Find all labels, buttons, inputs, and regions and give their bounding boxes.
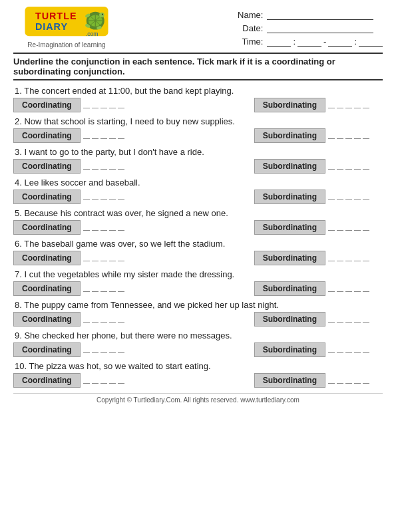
logo-area: TURTLE DIARY .com	[13, 7, 120, 49]
subord-dashes-2	[328, 132, 369, 139]
subordinating-button-9[interactable]: Subordinating	[254, 342, 325, 357]
coord-dashes-5	[83, 224, 124, 231]
svg-text:.com: .com	[86, 31, 99, 37]
answer-row-1: CoordinatingSubordinating	[13, 98, 383, 112]
coordinating-button-7[interactable]: Coordinating	[13, 281, 81, 296]
subordinating-button-3[interactable]: Subordinating	[254, 159, 325, 174]
time-input-3[interactable]	[328, 36, 352, 47]
subordinating-button-6[interactable]: Subordinating	[254, 251, 325, 265]
time-input-4[interactable]	[359, 36, 383, 47]
coordinating-button-1[interactable]: Coordinating	[13, 98, 81, 112]
subordinating-button-1[interactable]: Subordinating	[254, 98, 325, 112]
footer: Copyright © Turtlediary.Com. All rights …	[13, 393, 383, 404]
name-label: Name:	[233, 10, 263, 20]
coord-dashes-8	[83, 316, 124, 323]
subord-dashes-5	[328, 224, 369, 231]
sentence-1: 1. The concert ended at 11:00, but the b…	[13, 86, 383, 112]
footer-text: Copyright © Turtlediary.Com. All rights …	[97, 396, 299, 404]
subordinating-button-7[interactable]: Subordinating	[254, 281, 325, 296]
coord-dashes-9	[83, 346, 124, 353]
sentence-9: 9. She checked her phone, but there were…	[13, 331, 383, 357]
coord-dashes-10	[83, 377, 124, 384]
subord-dashes-3	[328, 163, 369, 170]
subord-dashes-7	[328, 285, 369, 292]
logo-subtitle: Re-Imagination of learning	[27, 41, 105, 49]
subord-dashes-9	[328, 346, 369, 353]
header: TURTLE DIARY .com	[13, 7, 383, 49]
answer-row-6: CoordinatingSubordinating	[13, 251, 383, 265]
name-input[interactable]	[267, 9, 373, 20]
sentence-10: 10. The pizza was hot, so we waited to s…	[13, 361, 383, 388]
date-label: Date:	[233, 23, 263, 33]
sentence-text-10: 10. The pizza was hot, so we waited to s…	[13, 361, 383, 371]
sentence-3: 3. I want to go to the party, but I don'…	[13, 147, 383, 174]
time-input-1[interactable]	[267, 36, 291, 47]
coord-dashes-1	[83, 102, 124, 108]
coordinating-button-9[interactable]: Coordinating	[13, 342, 81, 357]
coord-dashes-2	[83, 132, 124, 139]
svg-point-9	[99, 13, 104, 18]
answer-row-7: CoordinatingSubordinating	[13, 281, 383, 296]
sentence-6: 6. The baseball game was over, so we lef…	[13, 239, 383, 265]
svg-text:DIARY: DIARY	[35, 21, 68, 32]
sentence-text-8: 8. The puppy came from Tennessee, and we…	[13, 300, 383, 310]
sentence-8: 8. The puppy came from Tennessee, and we…	[13, 300, 383, 327]
answer-row-4: CoordinatingSubordinating	[13, 190, 383, 204]
subordinating-button-10[interactable]: Subordinating	[254, 373, 325, 388]
subordinating-button-5[interactable]: Subordinating	[254, 220, 325, 235]
date-input[interactable]	[267, 23, 373, 33]
sentence-text-6: 6. The baseball game was over, so we lef…	[13, 239, 383, 249]
time-input-2[interactable]	[297, 36, 321, 47]
name-field: Name:	[233, 9, 383, 20]
page: TURTLE DIARY .com	[0, 0, 396, 532]
svg-point-10	[102, 14, 103, 15]
coordinating-button-10[interactable]: Coordinating	[13, 373, 81, 388]
form-fields: Name: Date: Time: : - :	[233, 9, 383, 47]
sentence-text-9: 9. She checked her phone, but there were…	[13, 331, 383, 340]
subord-dashes-4	[328, 194, 369, 200]
sentences-container: 1. The concert ended at 11:00, but the b…	[13, 86, 383, 388]
subord-dashes-10	[328, 377, 369, 384]
coord-dashes-3	[83, 163, 124, 170]
subord-dashes-6	[328, 255, 369, 261]
coord-dashes-4	[83, 194, 124, 200]
answer-row-8: CoordinatingSubordinating	[13, 312, 383, 327]
coord-dashes-6	[83, 255, 124, 261]
instructions-text: Underline the conjunction in each senten…	[13, 57, 335, 76]
coordinating-button-4[interactable]: Coordinating	[13, 190, 81, 204]
sentence-text-7: 7. I cut the vegetables while my sister …	[13, 269, 383, 279]
answer-row-3: CoordinatingSubordinating	[13, 159, 383, 174]
subordinating-button-8[interactable]: Subordinating	[254, 312, 325, 327]
coord-dashes-7	[83, 285, 124, 292]
answer-row-2: CoordinatingSubordinating	[13, 128, 383, 143]
svg-text:TURTLE: TURTLE	[35, 11, 77, 21]
subordinating-button-4[interactable]: Subordinating	[254, 190, 325, 204]
sentence-2: 2. Now that school is starting, I need t…	[13, 116, 383, 143]
coordinating-button-6[interactable]: Coordinating	[13, 251, 81, 265]
coordinating-button-8[interactable]: Coordinating	[13, 312, 81, 327]
sentence-text-3: 3. I want to go to the party, but I don'…	[13, 147, 383, 157]
answer-row-5: CoordinatingSubordinating	[13, 220, 383, 235]
answer-row-10: CoordinatingSubordinating	[13, 373, 383, 388]
date-field: Date:	[233, 23, 383, 33]
subord-dashes-8	[328, 316, 369, 323]
answer-row-9: CoordinatingSubordinating	[13, 342, 383, 357]
sentence-text-2: 2. Now that school is starting, I need t…	[13, 116, 383, 126]
sentence-text-5: 5. Because his contract was over, he sig…	[13, 208, 383, 218]
logo-svg: TURTLE DIARY .com	[23, 7, 110, 40]
time-inputs: : - :	[267, 36, 383, 47]
coordinating-button-5[interactable]: Coordinating	[13, 220, 81, 235]
coordinating-button-3[interactable]: Coordinating	[13, 159, 81, 174]
time-label: Time:	[233, 37, 263, 47]
instructions: Underline the conjunction in each senten…	[13, 53, 383, 80]
time-field: Time: : - :	[233, 36, 383, 47]
sentence-7: 7. I cut the vegetables while my sister …	[13, 269, 383, 296]
subord-dashes-1	[328, 102, 369, 108]
sentence-5: 5. Because his contract was over, he sig…	[13, 208, 383, 235]
sentence-text-1: 1. The concert ended at 11:00, but the b…	[13, 86, 383, 96]
subordinating-button-2[interactable]: Subordinating	[254, 128, 325, 143]
sentence-text-4: 4. Lee likes soccer and baseball.	[13, 178, 383, 188]
coordinating-button-2[interactable]: Coordinating	[13, 128, 81, 143]
sentence-4: 4. Lee likes soccer and baseball.Coordin…	[13, 178, 383, 204]
